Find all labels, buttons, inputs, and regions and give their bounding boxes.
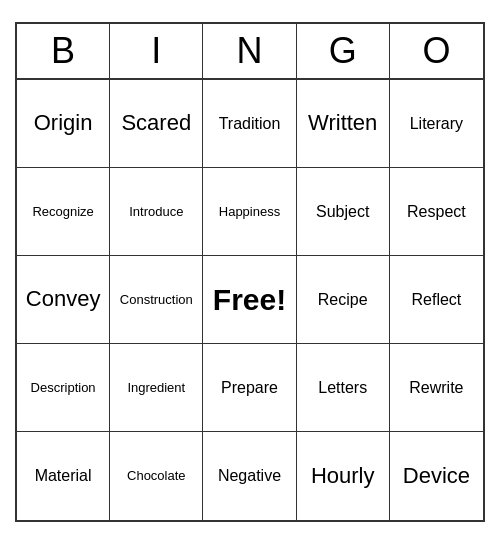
header-letter-b: B <box>17 24 110 78</box>
cell-text-r0-c2: Tradition <box>219 114 281 133</box>
bingo-cell-r0-c4[interactable]: Literary <box>390 80 483 168</box>
cell-text-r1-c0: Recognize <box>32 204 93 220</box>
cell-text-r2-c0: Convey <box>26 286 101 312</box>
cell-text-r2-c4: Reflect <box>411 290 461 309</box>
bingo-cell-r3-c2[interactable]: Prepare <box>203 344 296 432</box>
bingo-header: BINGO <box>17 24 483 80</box>
bingo-cell-r2-c3[interactable]: Recipe <box>297 256 390 344</box>
cell-text-r3-c2: Prepare <box>221 378 278 397</box>
cell-text-r2-c1: Construction <box>120 292 193 308</box>
bingo-cell-r2-c2[interactable]: Free! <box>203 256 296 344</box>
cell-text-r4-c2: Negative <box>218 466 281 485</box>
bingo-cell-r3-c3[interactable]: Letters <box>297 344 390 432</box>
header-letter-g: G <box>297 24 390 78</box>
cell-text-r4-c4: Device <box>403 463 470 489</box>
cell-text-r3-c0: Description <box>31 380 96 396</box>
header-letter-n: N <box>203 24 296 78</box>
header-letter-o: O <box>390 24 483 78</box>
bingo-card: BINGO OriginScaredTraditionWrittenLitera… <box>15 22 485 522</box>
cell-text-r0-c1: Scared <box>121 110 191 136</box>
cell-text-r2-c2: Free! <box>213 283 286 317</box>
cell-text-r1-c2: Happiness <box>219 204 280 220</box>
cell-text-r0-c0: Origin <box>34 110 93 136</box>
bingo-cell-r0-c3[interactable]: Written <box>297 80 390 168</box>
cell-text-r1-c4: Respect <box>407 202 466 221</box>
cell-text-r1-c1: Introduce <box>129 204 183 220</box>
bingo-cell-r2-c4[interactable]: Reflect <box>390 256 483 344</box>
bingo-cell-r4-c3[interactable]: Hourly <box>297 432 390 520</box>
cell-text-r4-c0: Material <box>35 466 92 485</box>
bingo-cell-r0-c0[interactable]: Origin <box>17 80 110 168</box>
bingo-cell-r2-c1[interactable]: Construction <box>110 256 203 344</box>
bingo-cell-r3-c0[interactable]: Description <box>17 344 110 432</box>
cell-text-r3-c1: Ingredient <box>127 380 185 396</box>
bingo-cell-r4-c1[interactable]: Chocolate <box>110 432 203 520</box>
cell-text-r2-c3: Recipe <box>318 290 368 309</box>
bingo-cell-r1-c4[interactable]: Respect <box>390 168 483 256</box>
cell-text-r1-c3: Subject <box>316 202 369 221</box>
cell-text-r4-c3: Hourly <box>311 463 375 489</box>
bingo-cell-r4-c4[interactable]: Device <box>390 432 483 520</box>
cell-text-r4-c1: Chocolate <box>127 468 186 484</box>
bingo-cell-r4-c2[interactable]: Negative <box>203 432 296 520</box>
bingo-cell-r0-c2[interactable]: Tradition <box>203 80 296 168</box>
bingo-cell-r3-c1[interactable]: Ingredient <box>110 344 203 432</box>
cell-text-r0-c4: Literary <box>410 114 463 133</box>
cell-text-r3-c4: Rewrite <box>409 378 463 397</box>
bingo-cell-r0-c1[interactable]: Scared <box>110 80 203 168</box>
bingo-cell-r2-c0[interactable]: Convey <box>17 256 110 344</box>
bingo-cell-r4-c0[interactable]: Material <box>17 432 110 520</box>
bingo-cell-r3-c4[interactable]: Rewrite <box>390 344 483 432</box>
cell-text-r3-c3: Letters <box>318 378 367 397</box>
bingo-cell-r1-c2[interactable]: Happiness <box>203 168 296 256</box>
bingo-cell-r1-c1[interactable]: Introduce <box>110 168 203 256</box>
cell-text-r0-c3: Written <box>308 110 377 136</box>
header-letter-i: I <box>110 24 203 78</box>
bingo-cell-r1-c0[interactable]: Recognize <box>17 168 110 256</box>
bingo-cell-r1-c3[interactable]: Subject <box>297 168 390 256</box>
bingo-grid: OriginScaredTraditionWrittenLiteraryReco… <box>17 80 483 520</box>
